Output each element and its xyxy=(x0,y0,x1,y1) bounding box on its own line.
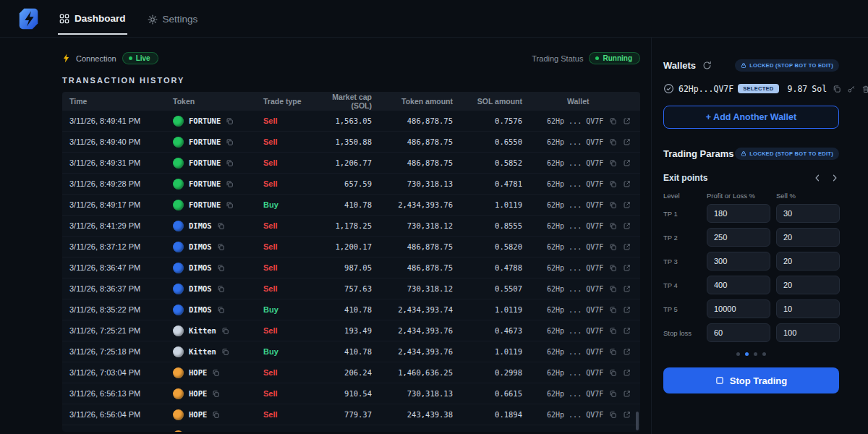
profit-input[interactable] xyxy=(707,323,770,342)
wallet-address: 62Hp ... QV7F xyxy=(547,159,603,167)
copy-icon[interactable] xyxy=(609,369,617,377)
table-row: 3/11/26, 7:25:21 PMKittenSell193.492,434… xyxy=(62,320,640,341)
col-market-cap: Market cap (SOL) xyxy=(320,93,380,110)
page-dot[interactable] xyxy=(754,352,757,356)
table-row: 3/11/26, 8:49:41 PMFORTUNESell1,563.0548… xyxy=(62,111,640,132)
sol-amount: 0.5852 xyxy=(461,158,531,167)
copy-icon[interactable] xyxy=(212,390,220,398)
copy-icon[interactable] xyxy=(609,327,617,335)
sell-input[interactable] xyxy=(776,228,840,247)
trash-icon[interactable] xyxy=(861,85,868,93)
copy-icon[interactable] xyxy=(212,432,220,433)
external-link-icon[interactable] xyxy=(623,243,631,251)
copy-icon[interactable] xyxy=(217,285,225,293)
table-row: 3/11/26, 7:03:04 PMHOPESell206.241,460,6… xyxy=(62,362,640,383)
external-link-icon[interactable] xyxy=(623,432,631,433)
sell-input[interactable] xyxy=(776,204,840,223)
token-name: DIMOS xyxy=(189,221,212,230)
nav-dashboard[interactable]: Dashboard xyxy=(58,2,127,35)
sell-input[interactable] xyxy=(776,323,840,342)
tx-wallet: 62Hp ... QV7F xyxy=(531,159,640,167)
tx-time: 3/11/26, 8:49:28 PM xyxy=(62,179,166,188)
tx-time: 3/11/26, 8:37:12 PM xyxy=(62,242,166,251)
copy-icon[interactable] xyxy=(217,222,225,230)
external-link-icon[interactable] xyxy=(623,138,631,146)
external-link-icon[interactable] xyxy=(623,201,631,209)
copy-icon[interactable] xyxy=(609,264,617,272)
chevron-right-icon[interactable] xyxy=(830,174,839,182)
copy-icon[interactable] xyxy=(226,117,234,125)
external-link-icon[interactable] xyxy=(623,390,631,398)
copy-icon[interactable] xyxy=(226,159,234,167)
copy-icon[interactable] xyxy=(217,306,225,314)
tx-token: FORTUNE xyxy=(166,179,256,190)
table-row: 3/11/26, 8:49:28 PMFORTUNESell657.59730,… xyxy=(62,174,640,195)
tx-wallet: 62Hp ... QV7F xyxy=(531,264,640,272)
page-dot[interactable] xyxy=(762,352,766,356)
copy-icon[interactable] xyxy=(609,180,617,188)
copy-icon[interactable] xyxy=(609,117,617,125)
app: Dashboard Settings Connection xyxy=(0,0,868,434)
copy-icon[interactable] xyxy=(221,348,229,356)
token-icon xyxy=(173,263,184,273)
profit-input[interactable] xyxy=(707,299,770,318)
copy-icon[interactable] xyxy=(226,138,234,146)
copy-icon[interactable] xyxy=(609,390,617,398)
external-link-icon[interactable] xyxy=(623,327,631,335)
copy-icon[interactable] xyxy=(833,85,841,93)
copy-icon[interactable] xyxy=(226,180,234,188)
trade-type: Buy xyxy=(256,200,320,209)
copy-icon[interactable] xyxy=(609,138,617,146)
app-logo[interactable] xyxy=(16,6,42,32)
trade-type: Sell xyxy=(256,410,320,419)
page-dot-active[interactable] xyxy=(745,352,749,356)
chevron-left-icon[interactable] xyxy=(813,174,822,182)
profit-input[interactable] xyxy=(707,276,770,294)
market-cap: 987.05 xyxy=(320,263,380,272)
token-icon xyxy=(173,137,184,148)
add-wallet-button[interactable]: + Add Another Wallet xyxy=(663,106,839,129)
stop-trading-button[interactable]: Stop Trading xyxy=(663,367,839,393)
external-link-icon[interactable] xyxy=(623,159,631,167)
copy-icon[interactable] xyxy=(221,327,229,335)
external-link-icon[interactable] xyxy=(623,306,631,314)
table-row: 3/11/26, 8:49:31 PMFORTUNESell1,206.7748… xyxy=(62,153,640,174)
copy-icon[interactable] xyxy=(217,243,225,251)
nav-settings[interactable]: Settings xyxy=(146,3,200,34)
external-link-icon[interactable] xyxy=(623,285,631,293)
copy-icon[interactable] xyxy=(609,243,617,251)
copy-icon[interactable] xyxy=(212,411,220,419)
table-row: 3/11/26, 8:49:17 PMFORTUNEBuy410.782,434… xyxy=(62,195,640,216)
external-link-icon[interactable] xyxy=(623,369,631,377)
key-icon[interactable] xyxy=(847,85,856,93)
copy-icon[interactable] xyxy=(609,306,617,314)
external-link-icon[interactable] xyxy=(623,348,631,356)
copy-icon[interactable] xyxy=(609,411,617,419)
copy-icon[interactable] xyxy=(609,201,617,209)
external-link-icon[interactable] xyxy=(623,222,631,230)
sell-input[interactable] xyxy=(776,299,840,318)
external-link-icon[interactable] xyxy=(623,117,631,125)
page-dot[interactable] xyxy=(736,352,740,356)
refresh-icon[interactable] xyxy=(702,61,712,70)
copy-icon[interactable] xyxy=(609,222,617,230)
profit-input[interactable] xyxy=(707,204,770,223)
profit-input[interactable] xyxy=(707,228,770,247)
external-link-icon[interactable] xyxy=(623,264,631,272)
copy-icon[interactable] xyxy=(609,348,617,356)
copy-icon[interactable] xyxy=(609,159,617,167)
tx-wallet: 62Hp ... QV7F xyxy=(531,285,640,293)
copy-icon[interactable] xyxy=(212,369,220,377)
scrollbar-thumb[interactable] xyxy=(636,412,639,430)
sell-input[interactable] xyxy=(776,276,840,294)
external-link-icon[interactable] xyxy=(623,411,631,419)
copy-icon[interactable] xyxy=(217,264,225,272)
sell-input[interactable] xyxy=(776,252,840,271)
trade-type: Buy xyxy=(256,347,320,356)
profit-input[interactable] xyxy=(707,252,770,271)
copy-icon[interactable] xyxy=(609,432,617,433)
wallet-row[interactable]: 62Hp...QV7F SELECTED 9.87 Sol xyxy=(663,83,839,94)
copy-icon[interactable] xyxy=(609,285,617,293)
copy-icon[interactable] xyxy=(226,201,234,209)
external-link-icon[interactable] xyxy=(623,180,631,188)
